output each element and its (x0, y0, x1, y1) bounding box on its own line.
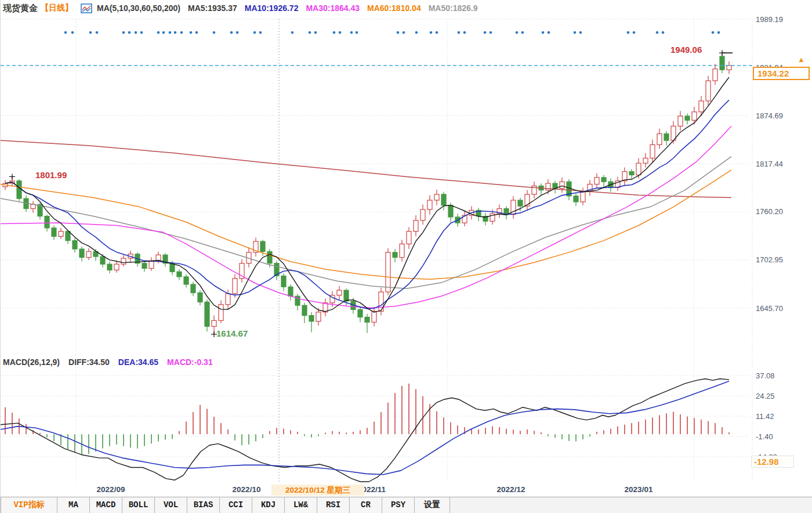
x-axis-label: 2022/09 (97, 485, 125, 494)
tab-vip指标[interactable]: VIP指标 (1, 497, 57, 513)
tab-kdj[interactable]: KDJ (252, 497, 285, 513)
period-high-label: 1949.06 (670, 45, 702, 55)
price-up-arrow-icon: ▲ (798, 55, 805, 64)
macd-axis-tick: 37.08 (756, 371, 775, 380)
ma-line-ma200 (1, 140, 731, 198)
gold-daily-chart-app: 1989.191931.941874.691817.441760.201702.… (0, 0, 812, 513)
y-axis-tick: 1874.69 (756, 111, 783, 120)
tab-bias[interactable]: BIAS (187, 497, 220, 513)
period-label: 【日线】 (41, 3, 73, 13)
tab-boll[interactable]: BOLL (122, 497, 155, 513)
tab-ma[interactable]: MA (57, 497, 90, 513)
ma-line-ma30 (1, 126, 731, 308)
crosshair-date-label: 2022/10/12 星期三 (271, 485, 364, 496)
dea-value: DEA:34.65 (118, 357, 158, 367)
y-axis-tick: 1760.20 (756, 207, 783, 216)
x-axis-label: 2023/01 (625, 485, 653, 494)
chart-canvas[interactable]: 1989.191931.941874.691817.441760.201702.… (1, 0, 812, 513)
ma-line-ma10 (5, 100, 729, 309)
macd-axis-tick: 11.42 (756, 412, 774, 421)
ma10-value: MA10:1926.72 (245, 3, 299, 13)
tab-rsi[interactable]: RSI (317, 497, 350, 513)
tab-设置[interactable]: 设置 (415, 497, 450, 513)
tab-cr[interactable]: CR (350, 497, 382, 513)
x-axis-label: 2022/10 (233, 485, 261, 494)
macd-formula: MACD(26,12,9) (3, 357, 60, 367)
ma50-value: MA50:1826.9 (429, 3, 478, 13)
dea-line (1, 381, 729, 475)
grid-layer (1, 19, 752, 483)
chart-header: 现货黄金 【日线】 MA(5,10,30,60,50,200) MA5:1935… (1, 0, 812, 16)
tab-cci[interactable]: CCI (220, 497, 252, 513)
y-axis-tick: 1702.95 (756, 255, 783, 264)
tab-lw&[interactable]: LW& (285, 497, 317, 513)
left-high-label: 1801.99 (35, 170, 67, 180)
axis-labels-layer: 1989.191931.941874.691817.441760.201702.… (756, 15, 783, 461)
macd-axis-tick: 24.25 (756, 392, 775, 400)
diff-line (1, 379, 729, 482)
y-axis-tick: 1817.44 (756, 160, 783, 168)
tab-vol[interactable]: VOL (155, 497, 187, 513)
last-price-box: 1934.22 (753, 67, 810, 80)
y-axis-tick: 1645.70 (756, 304, 783, 313)
ma5-value: MA5:1935.37 (188, 3, 237, 13)
macd-axis-tick: -1.40 (756, 432, 773, 441)
tab-psy[interactable]: PSY (382, 497, 415, 513)
x-axis-label: 2022/12 (497, 485, 525, 494)
x-axis: 2022/092022/102022/112022/122023/01 (1, 483, 812, 496)
event-markers-layer (64, 31, 720, 34)
macd-crosshair-value-box: -12.98 (751, 456, 794, 468)
macd-layer (1, 379, 729, 482)
ma30-value: MA30:1864.43 (306, 3, 360, 13)
indicator-tabbar: VIP指标MAMACDBOLLVOLBIASCCIKDJLW&RSICRPSY设… (1, 497, 812, 513)
ma-line-ma5 (5, 77, 729, 312)
kline-chart-icon (81, 3, 92, 13)
period-low-label: 1614.67 (216, 328, 248, 338)
macd-value: MACD:-0.31 (167, 357, 213, 367)
ma-formula: MA(5,10,30,60,50,200) (97, 3, 180, 13)
macd-header: MACD(26,12,9) DIFF:34.50 DEA:34.65 MACD:… (3, 357, 213, 367)
overlay-layer (1, 50, 752, 337)
ma60-value: MA60:1810.04 (367, 3, 421, 13)
tab-macd[interactable]: MACD (90, 497, 122, 513)
diff-value: DIFF:34.50 (68, 357, 110, 367)
ma-lines-layer (1, 77, 731, 312)
instrument-name: 现货黄金 (3, 3, 38, 14)
